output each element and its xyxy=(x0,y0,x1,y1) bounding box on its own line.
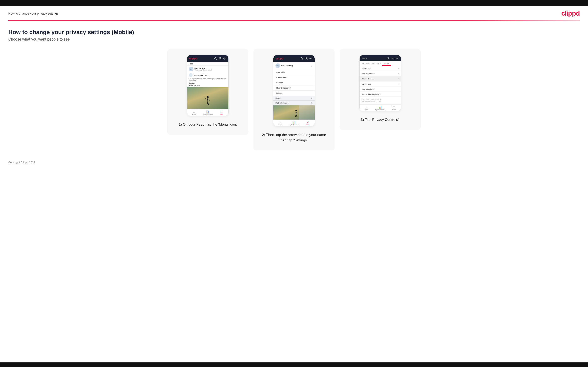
settings-icon-2 xyxy=(309,57,312,60)
svg-line-10 xyxy=(205,98,206,99)
phone-2-logo: clippd xyxy=(276,57,283,60)
phone-2-nav-icons xyxy=(300,57,312,60)
menu-user-row: BM Blair McHarg ∧ xyxy=(273,62,315,70)
settings-icon xyxy=(223,57,226,60)
menu-section-home: Home ∨ xyxy=(273,96,315,101)
step-2-caption: 2) Then, tap the arrow next to your name… xyxy=(259,132,329,143)
performance-label-3: My Performance xyxy=(375,109,385,110)
menu-user-name: Blair McHarg xyxy=(281,65,310,67)
feed-label: Feed xyxy=(187,62,228,66)
back-button[interactable]: < Back xyxy=(362,57,367,59)
tab-my-profile[interactable]: My Profile xyxy=(361,61,371,66)
svg-point-23 xyxy=(392,57,393,58)
settings-item-privacy-controls[interactable]: Privacy Controls › xyxy=(360,76,401,82)
user-sub: Yesterday · Sunningdale xyxy=(194,69,212,71)
duration-label: Duration xyxy=(187,82,228,84)
phone-2-mockup: clippd BM Blair McHarg ∧ My Profile Conn… xyxy=(273,55,315,126)
phone-3-mockup: < Back My Profile Connections Settings M… xyxy=(359,55,401,111)
privacy-controls-label: Privacy Controls xyxy=(362,78,374,80)
footer: Copyright Clippd 2022 xyxy=(0,157,588,169)
tab-settings[interactable]: Settings xyxy=(382,61,391,66)
svg-line-20 xyxy=(296,114,297,117)
phone-1-logo: clippd xyxy=(189,57,197,60)
home-icon-3: ⌂ xyxy=(366,106,367,109)
step-1-caption: 1) On your Feed, tap the 'Menu' icon. xyxy=(179,122,237,127)
tab-home-2: ⌂ Home xyxy=(273,121,287,125)
phone-1-mockup: clippd Feed BM Blair McHarg Yesterday · … xyxy=(187,55,229,116)
tab-performance-3: 📊 My Performance xyxy=(373,106,387,110)
settings-item-data-integrations[interactable]: Data Integrations › xyxy=(360,71,401,76)
svg-line-1 xyxy=(216,59,217,60)
lesson-desc: Looking to feel like my hands are exitin… xyxy=(187,78,228,82)
tab-connections[interactable]: Connections xyxy=(371,61,382,66)
svg-point-3 xyxy=(224,58,225,59)
page-heading: How to change your privacy settings (Mob… xyxy=(8,29,580,35)
privacy-policy-label: Service & Privacy Policy ↗ xyxy=(362,93,381,95)
svg-line-19 xyxy=(295,114,296,117)
svg-line-12 xyxy=(302,59,303,60)
user-icon-3 xyxy=(391,57,394,60)
my-account-chevron: › xyxy=(398,67,399,69)
steps-row: clippd Feed BM Blair McHarg Yesterday · … xyxy=(8,49,580,150)
step-3-card: < Back My Profile Connections Settings M… xyxy=(340,49,421,130)
svg-point-14 xyxy=(311,58,311,59)
tab-menu: ☰ Menu xyxy=(215,110,228,115)
my-golf-bag-chevron: › xyxy=(398,83,399,85)
top-bar xyxy=(0,0,588,6)
copyright: Copyright Clippd 2022 xyxy=(8,161,35,164)
menu-icon: ☰ xyxy=(220,110,223,114)
tab-performance: 📊 My Performance xyxy=(201,110,215,115)
version-line-1: Clippd Client Version: 2022.8.3-3 xyxy=(362,98,399,100)
phone-2-nav: clippd xyxy=(273,55,315,62)
phone-1-bottom-tabs: ⌂ Home 📊 My Performance ☰ Menu xyxy=(187,109,228,116)
performance-chevron: ∨ xyxy=(311,102,312,104)
golfer-figure xyxy=(204,96,212,108)
golf-bg-2 xyxy=(273,105,315,120)
settings-item-help[interactable]: Help & Support ↗ xyxy=(360,87,401,92)
tab-menu-2: ✕ Menu xyxy=(301,121,315,125)
tab-home: ⌂ Home xyxy=(187,110,201,115)
settings-item-my-account[interactable]: My Account › xyxy=(360,66,401,71)
settings-item-my-golf-bag[interactable]: My Golf Bag › xyxy=(360,82,401,87)
menu-icon-3: ☰ xyxy=(393,106,395,109)
menu-item-my-profile[interactable]: My Profile xyxy=(273,70,315,75)
svg-point-2 xyxy=(219,57,221,58)
svg-point-11 xyxy=(301,57,302,59)
phone-1-nav-icons xyxy=(214,57,226,60)
menu-item-connections[interactable]: Connections xyxy=(273,75,315,80)
tab-performance-2: 📊 My Performance xyxy=(287,121,301,125)
menu-section-performance: My Performance ∨ xyxy=(273,101,315,105)
logo: clippd xyxy=(561,9,580,17)
version-line-2: SQL Server Version: 2022.7.30-1 xyxy=(362,100,399,102)
svg-point-4 xyxy=(207,96,209,98)
help-label: Help & Support ↗ xyxy=(362,88,375,90)
performance-label: My Performance xyxy=(203,114,213,115)
search-icon xyxy=(214,57,217,60)
performance-icon-3: 📊 xyxy=(379,106,382,109)
settings-item-privacy-policy[interactable]: Service & Privacy Policy ↗ xyxy=(360,92,401,97)
user-info: Blair McHarg Yesterday · Sunningdale xyxy=(194,67,212,71)
phone-1-nav: clippd xyxy=(187,55,228,62)
menu-label: Menu xyxy=(220,114,223,115)
svg-point-0 xyxy=(215,57,216,59)
data-integrations-chevron: › xyxy=(398,73,399,75)
menu-item-logout[interactable]: Logout xyxy=(273,91,315,96)
step-3-caption: 3) Tap 'Privacy Controls'. xyxy=(361,117,400,123)
my-golf-bag-label: My Golf Bag xyxy=(362,83,371,85)
overlay xyxy=(299,105,315,120)
search-icon-2 xyxy=(300,57,303,60)
menu-label-3: Menu xyxy=(392,109,396,110)
privacy-controls-chevron: › xyxy=(398,78,399,80)
version-info: Clippd Client Version: 2022.8.3-3 SQL Se… xyxy=(360,97,401,104)
home-icon: ⌂ xyxy=(193,110,195,114)
home-label-2: Home xyxy=(278,124,282,125)
tab-home-3: ⌂ Home xyxy=(360,106,373,110)
menu-item-help[interactable]: Help & Support ↗ xyxy=(273,85,315,91)
performance-icon-2: 📊 xyxy=(292,121,296,124)
step-1-card: clippd Feed BM Blair McHarg Yesterday · … xyxy=(167,49,248,135)
home-icon-2: ⌂ xyxy=(279,121,281,124)
menu-item-settings[interactable]: Settings xyxy=(273,80,315,85)
tab-menu-3: ☰ Menu xyxy=(387,106,401,110)
performance-section-label: My Performance xyxy=(276,102,288,104)
user-avatar: BM xyxy=(189,67,193,71)
